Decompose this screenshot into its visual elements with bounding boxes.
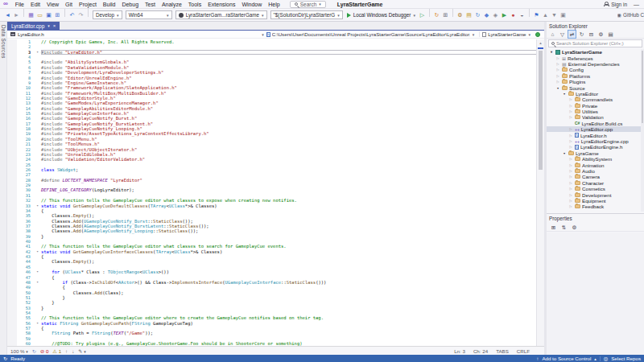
solution-explorer-header[interactable]: Solution Explorer (547, 22, 644, 31)
tree-item-private[interactable]: ▷Private (547, 103, 641, 109)
path-caret-icon[interactable]: ▾ (473, 32, 475, 37)
file-dropdown[interactable]: LyraEditor.h ▾ (18, 31, 266, 38)
save-all-icon[interactable]: ⊞ (53, 10, 62, 21)
menu-help[interactable]: Help (265, 2, 283, 7)
solution-platform-combobox[interactable]: Win64▾ (126, 10, 172, 19)
menu-debug[interactable]: Debug (118, 2, 142, 7)
solution-explorer-search[interactable]: Search Solution Explorer (Ctrl+;) (548, 39, 642, 47)
sync-with-active-document-icon[interactable]: ⇄ (568, 30, 576, 39)
expand-icon[interactable]: ▷ (568, 97, 573, 101)
document-health-icon[interactable] (535, 32, 540, 37)
expand-icon[interactable]: ▷ (568, 181, 573, 185)
zoom-combobox[interactable]: 100 % ▾ (10, 348, 28, 354)
collapse-icon[interactable]: ▾ (562, 92, 567, 96)
select-repository-button[interactable]: Select Repos (611, 356, 641, 361)
local-windows-debugger-button[interactable]: Local Windows Debugger ▾ (347, 12, 415, 18)
project-combobox[interactable]: LyraStarterGame ▾ (479, 31, 533, 37)
expand-icon[interactable]: ▷ (555, 68, 560, 72)
indentation-indicator[interactable]: TABS (496, 348, 509, 354)
next-bookmark-icon[interactable]: ▼ (550, 10, 559, 21)
tree-item-equipment[interactable]: ▷Equipment (547, 198, 641, 204)
stop-icon[interactable]: ● (509, 10, 518, 21)
navigate-backward-icon[interactable]: ◄ (3, 10, 12, 21)
alphabetical-icon[interactable]: ⇅ (559, 224, 568, 231)
tree-item-character[interactable]: ▷Character (547, 180, 641, 186)
tree-item-plugins[interactable]: ▷Plugins (547, 79, 641, 84)
tree-item-config[interactable]: ▷Config (547, 67, 641, 72)
menu-edit[interactable]: Edit (27, 2, 43, 7)
scrollbar-thumb[interactable] (539, 51, 543, 170)
tree-item-lyraeditorengine-cpp[interactable]: ▷++LyraEditorEngine.cpp (547, 138, 641, 144)
prev-bookmark-icon[interactable]: ▲ (541, 10, 550, 21)
expand-icon[interactable]: ▷ (568, 199, 573, 203)
expand-icon[interactable]: ▷ (568, 127, 573, 131)
expand-icon[interactable]: ▷ (555, 56, 560, 60)
expand-icon[interactable]: ▷ (568, 204, 573, 208)
browse-icon[interactable]: ◈ (491, 10, 500, 21)
collapse-icon[interactable]: ▾ (549, 50, 554, 54)
open-file-icon[interactable]: ▭ (35, 10, 44, 21)
minimize-button[interactable]: — (634, 2, 639, 7)
tree-item-animation[interactable]: ▷Animation (547, 162, 641, 167)
next-issue-icon[interactable]: ↓ (72, 348, 74, 354)
filter-icon[interactable]: ▽ (558, 31, 567, 38)
menu-git[interactable]: Git (62, 2, 76, 7)
show-all-files-icon[interactable]: ▤ (606, 31, 615, 38)
tree-item-utilities[interactable]: ▷Utilities (547, 109, 641, 114)
menu-view[interactable]: View (43, 2, 62, 7)
tree-item-lyraeditor-build-cs[interactable]: C#LyraEditor.Build.cs (547, 121, 641, 126)
menu-file[interactable]: File (12, 2, 27, 7)
file-path-combobox[interactable]: C:\Users\User\Documents\Unreal Projects\… (272, 31, 470, 37)
line-ending-indicator[interactable]: CRLF (517, 348, 530, 354)
start-without-debugging-icon[interactable]: ▷ (418, 10, 427, 21)
batch-build-icon[interactable]: ▤ (464, 10, 473, 21)
tree-item-validation[interactable]: ▷Validation (547, 114, 641, 120)
database-icon[interactable]: ◒ (518, 10, 526, 21)
expand-icon[interactable]: ▷ (568, 145, 573, 149)
menu-window[interactable]: Window (238, 2, 265, 7)
open-unreal-icon[interactable]: ◆ (482, 10, 491, 21)
expand-icon[interactable]: ▷ (568, 169, 573, 173)
tree-item-cosmetics[interactable]: ▷Cosmetics (547, 186, 641, 191)
navigate-forward-icon[interactable]: ► (12, 10, 21, 21)
add-to-source-control-button[interactable]: Add to Source Control (542, 356, 591, 361)
menu-extensions[interactable]: Extensions (204, 2, 238, 7)
expand-icon[interactable]: ▷ (555, 62, 560, 66)
sign-in-button[interactable]: Sign in (604, 2, 627, 7)
tree-item-lyrastartergame[interactable]: ▾LyraStarterGame (547, 49, 641, 55)
warnings-indicator[interactable]: ⚠ 1 (52, 348, 61, 354)
tree-scrollbar[interactable] (641, 49, 644, 212)
prev-issue-icon[interactable]: ↑ (65, 348, 68, 354)
tree-item-references[interactable]: ▷⊞References (547, 55, 641, 60)
expand-icon[interactable]: ▷ (568, 104, 573, 108)
tab-dropdown-icon[interactable]: ▾ (47, 23, 50, 28)
column-indicator[interactable]: Ch: 24 (473, 348, 488, 354)
tree-item-audio[interactable]: ▷Audio (547, 168, 641, 174)
scroll-up-icon[interactable]: ▴ (537, 39, 544, 46)
tree-item-abilitysystem[interactable]: ▷AbilitySystem (547, 156, 641, 162)
tree-item-lyraeditor-h[interactable]: ▷hLyraEditor.h (547, 132, 641, 138)
tree-item-lyraeditor[interactable]: ▾LyraEditor (547, 91, 641, 97)
tree-item-lyraeditorengine-h[interactable]: ▷hLyraEditorEngine.h (547, 144, 641, 150)
tree-item-commandlets[interactable]: ▷Commandlets (547, 97, 641, 102)
expand-icon[interactable]: ▷ (555, 74, 560, 78)
refresh-project-icon[interactable]: ↻ (473, 10, 482, 21)
github-copilot-status[interactable]: ◉ GitHub C (617, 12, 644, 18)
code-editor[interactable]: 1// Copyright Epic Games, Inc. All Right… (7, 39, 544, 346)
sync-icon[interactable]: ↻ (432, 10, 441, 21)
expand-icon[interactable]: ▷ (568, 193, 573, 197)
expand-icon[interactable]: ▷ (568, 115, 573, 119)
expand-icon[interactable]: ▷ (568, 139, 573, 143)
collapse-icon[interactable]: ▾ (562, 151, 567, 155)
toggle-bookmark-icon[interactable]: ⚑ (532, 10, 541, 21)
code-cleanup-icon[interactable]: ✎ ▾ (78, 348, 85, 354)
build-icon[interactable]: ⚙ (456, 10, 464, 21)
tab-close-icon[interactable]: × (53, 23, 56, 28)
property-pages-icon[interactable]: ⚙ (570, 224, 579, 231)
expand-icon[interactable]: ▷ (568, 157, 573, 161)
expand-icon[interactable]: ▷ (568, 134, 573, 138)
tree-item-camera[interactable]: ▷Camera (547, 174, 641, 179)
menu-build[interactable]: Build (100, 2, 119, 7)
categorized-icon[interactable]: ⊞ (549, 224, 558, 231)
redo-icon[interactable]: ↷ (76, 10, 85, 21)
